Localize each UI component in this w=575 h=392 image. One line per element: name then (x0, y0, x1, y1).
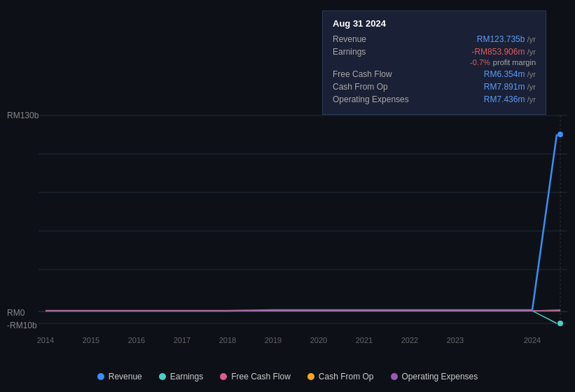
tooltip-row-fcf: Free Cash Flow RM6.354m /yr (333, 69, 536, 79)
chart-container: Aug 31 2024 Revenue RM123.735b /yr Earni… (0, 0, 575, 392)
tooltip-row-earnings: Earnings -RM853.906m /yr (333, 47, 536, 57)
tooltip-value-cashfromop: RM7.891m /yr (484, 82, 536, 92)
tooltip-value-fcf: RM6.354m /yr (484, 69, 536, 79)
legend-dot-fcf (220, 373, 227, 380)
legend-item-fcf[interactable]: Free Cash Flow (220, 372, 291, 382)
svg-text:2017: 2017 (174, 336, 190, 344)
tooltip-value-earnings: -RM853.906m /yr (471, 47, 536, 57)
svg-text:2019: 2019 (265, 336, 282, 344)
legend-dot-revenue (97, 373, 104, 380)
svg-text:2015: 2015 (83, 336, 99, 344)
tooltip-value-revenue: RM123.735b /yr (477, 34, 536, 44)
tooltip: Aug 31 2024 Revenue RM123.735b /yr Earni… (322, 10, 546, 115)
tooltip-label-cashfromop: Cash From Op (333, 82, 424, 92)
svg-text:2021: 2021 (356, 336, 373, 344)
tooltip-row-revenue: Revenue RM123.735b /yr (333, 34, 536, 44)
tooltip-row-opex: Operating Expenses RM7.436m /yr (333, 94, 536, 104)
legend-dot-earnings (159, 373, 166, 380)
legend-label-revenue: Revenue (109, 372, 142, 382)
tooltip-label-opex: Operating Expenses (333, 94, 424, 104)
profit-margin-row: -0.7% profit margin (333, 58, 536, 66)
svg-text:2018: 2018 (219, 336, 236, 344)
svg-text:2023: 2023 (447, 336, 464, 344)
tooltip-value-opex: RM7.436m /yr (484, 94, 536, 104)
legend-item-cashfromop[interactable]: Cash From Op (307, 372, 374, 382)
legend: Revenue Earnings Free Cash Flow Cash Fro… (0, 372, 575, 382)
legend-label-earnings: Earnings (170, 372, 203, 382)
legend-dot-cashfromop (307, 373, 314, 380)
tooltip-row-cashfromop: Cash From Op RM7.891m /yr (333, 82, 536, 92)
legend-label-fcf: Free Cash Flow (231, 372, 291, 382)
tooltip-date: Aug 31 2024 (333, 18, 536, 29)
svg-text:2024: 2024 (524, 336, 541, 344)
legend-label-cashfromop: Cash From Op (319, 372, 374, 382)
legend-label-opex: Operating Expenses (402, 372, 478, 382)
svg-text:2020: 2020 (310, 336, 327, 344)
svg-text:2022: 2022 (401, 336, 418, 344)
legend-item-earnings[interactable]: Earnings (159, 372, 203, 382)
profit-margin-value: -0.7% (470, 58, 490, 66)
legend-item-revenue[interactable]: Revenue (97, 372, 142, 382)
legend-dot-opex (391, 373, 398, 380)
svg-text:2014: 2014 (37, 336, 54, 344)
profit-margin-label: profit margin (493, 58, 536, 66)
tooltip-label-earnings: Earnings (333, 47, 424, 57)
tooltip-label-fcf: Free Cash Flow (333, 69, 424, 79)
legend-item-opex[interactable]: Operating Expenses (391, 372, 478, 382)
tooltip-label-revenue: Revenue (333, 34, 424, 44)
svg-text:2016: 2016 (128, 336, 145, 344)
